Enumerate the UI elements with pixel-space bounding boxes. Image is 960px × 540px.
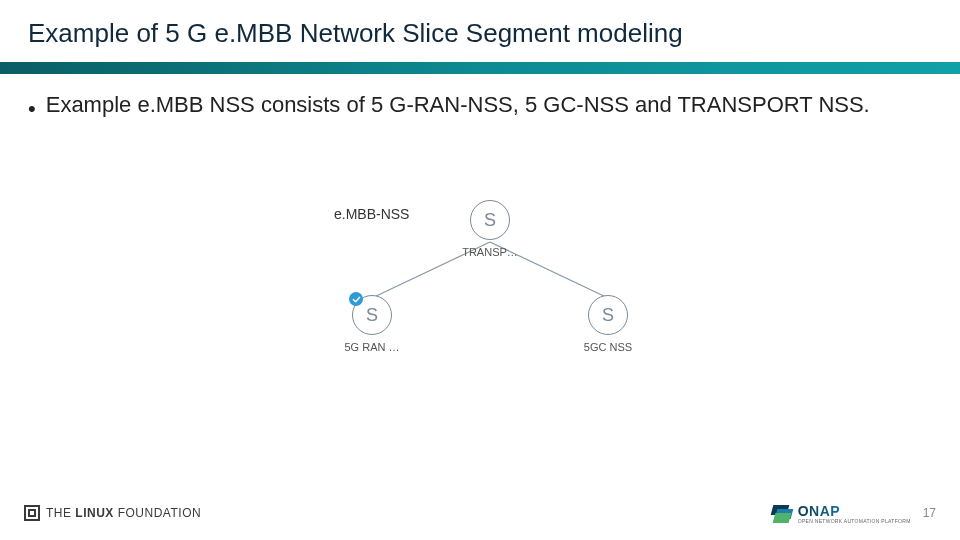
node-transport: S TRANSP… <box>460 200 520 258</box>
node-transport-label: TRANSP… <box>460 246 520 258</box>
lf-wordmark: THE LINUX FOUNDATION <box>46 506 201 520</box>
lf-prefix: THE <box>46 506 72 520</box>
bullet-marker: • <box>28 90 36 124</box>
lf-mark-icon <box>24 505 40 521</box>
node-5g-ran-circle: S <box>352 295 392 335</box>
slide: Example of 5 G e.MBB Network Slice Segme… <box>0 0 960 540</box>
node-5g-ran-label: 5G RAN … <box>342 341 402 353</box>
bullet-item: • Example e.MBB NSS consists of 5 G-RAN-… <box>28 90 932 124</box>
onap-logo: ONAP OPEN NETWORK AUTOMATION PLATFORM <box>772 503 911 524</box>
page-number: 17 <box>923 506 936 520</box>
lf-strong: LINUX <box>75 506 114 520</box>
footer-right: ONAP OPEN NETWORK AUTOMATION PLATFORM 17 <box>772 503 936 524</box>
check-icon <box>349 292 363 306</box>
onap-tagline: OPEN NETWORK AUTOMATION PLATFORM <box>798 519 911 524</box>
nss-diagram: e.MBB-NSS S TRANSP… S 5G RAN … S 5 <box>290 200 710 420</box>
node-5gc-label: 5GC NSS <box>578 341 638 353</box>
node-transport-circle: S <box>470 200 510 240</box>
onap-name: ONAP <box>798 503 911 519</box>
body-content: • Example e.MBB NSS consists of 5 G-RAN-… <box>28 90 932 124</box>
lf-rest: FOUNDATION <box>118 506 201 520</box>
title-underline-band <box>0 62 960 74</box>
onap-mark-icon <box>772 505 792 521</box>
node-5g-ran-glyph: S <box>366 305 378 326</box>
slide-title: Example of 5 G e.MBB Network Slice Segme… <box>28 18 683 49</box>
node-5gc-glyph: S <box>602 305 614 326</box>
footer: THE LINUX FOUNDATION ONAP OPEN NETWORK A… <box>24 498 936 528</box>
linux-foundation-logo: THE LINUX FOUNDATION <box>24 505 201 521</box>
node-5g-ran: S 5G RAN … <box>342 295 402 353</box>
node-5gc: S 5GC NSS <box>578 295 638 353</box>
node-5gc-circle: S <box>588 295 628 335</box>
node-transport-glyph: S <box>484 210 496 231</box>
bullet-text: Example e.MBB NSS consists of 5 G-RAN-NS… <box>46 90 870 124</box>
